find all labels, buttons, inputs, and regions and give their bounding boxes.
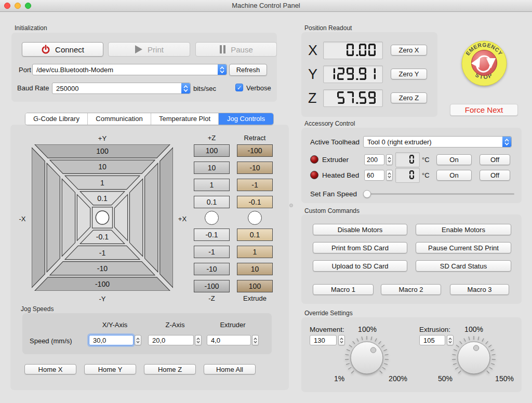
position-y-display — [323, 65, 383, 83]
home-y-button[interactable]: Home Y — [84, 364, 136, 374]
jog-pad-x--10-button[interactable] — [47, 163, 60, 272]
jog-z-100-button[interactable]: 100 — [194, 144, 230, 157]
refresh-button-label: Refresh — [236, 66, 260, 74]
sd-card-status-button[interactable]: SD Card Status — [416, 260, 511, 272]
jog-pad-y-neg-label: -Y — [32, 295, 173, 303]
extrusion-knob-indicator-icon — [473, 345, 478, 351]
connect-button[interactable]: Connect — [22, 42, 103, 57]
home-z-button[interactable]: Home Z — [144, 364, 196, 374]
print-from-sd-card-button[interactable]: Print from SD Card — [313, 242, 407, 253]
tab-communication[interactable]: Communication — [88, 113, 151, 125]
pause-icon — [219, 45, 226, 54]
jog-speeds-box — [22, 313, 272, 354]
heated-bed-setpoint-stepper[interactable] — [386, 170, 393, 181]
extruder-on-button[interactable]: On — [436, 154, 472, 165]
macro-3-button[interactable]: Macro 3 — [450, 284, 509, 295]
pause-button[interactable]: Pause — [195, 42, 277, 57]
verbose-checkbox[interactable]: ✓ — [235, 84, 243, 91]
jog-extruder--1-button[interactable]: -1 — [237, 179, 273, 191]
fan-speed-slider-track[interactable] — [364, 193, 514, 195]
heated-bed-off-button[interactable]: Off — [480, 170, 510, 181]
heated-bed-on-button[interactable]: On — [436, 170, 472, 181]
jog-z--100-button[interactable]: -100 — [194, 280, 230, 292]
tab-g-code-library[interactable]: G-Code Library — [25, 113, 88, 125]
jog-extruder-0.1-button[interactable]: 0.1 — [237, 229, 273, 241]
movement-override-stepper[interactable] — [338, 335, 345, 345]
tab-jog-controls[interactable]: Jog Controls — [219, 113, 273, 125]
jog-extruder--100-button[interactable]: -100 — [237, 144, 273, 157]
port-select[interactable]: /dev/cu.Bluetooth-Modem — [32, 64, 227, 75]
zero-y-button[interactable]: Zero Y — [391, 69, 427, 79]
macro-1-button[interactable]: Macro 1 — [313, 284, 374, 295]
baud-units-label: bits/sec — [193, 85, 216, 92]
extrusion-override-stepper[interactable] — [447, 335, 454, 345]
xy-speed-input[interactable]: 30,0 — [89, 335, 134, 345]
play-icon — [135, 45, 143, 54]
print-button[interactable]: Print — [108, 42, 190, 57]
jog-pad-x-neg-label: -X — [16, 215, 29, 223]
jog-extruder-10-button[interactable]: 10 — [237, 263, 273, 275]
pause-current-sd-print-button[interactable]: Pause Current SD Print — [416, 242, 511, 253]
jog-pad-label: -100 — [95, 280, 110, 288]
heated-bed-setpoint-input[interactable]: 60 — [364, 170, 384, 181]
zero-z-button[interactable]: Zero Z — [391, 92, 427, 103]
movement-knob[interactable] — [338, 329, 395, 386]
jog-pad-x--1-button[interactable] — [62, 179, 75, 256]
force-next-button[interactable]: Force Next — [450, 104, 518, 116]
jog-z-1-button[interactable]: 1 — [194, 179, 230, 191]
jog-pad-x-1-button[interactable] — [129, 179, 142, 256]
jog-pad-x--100-button[interactable] — [32, 147, 45, 288]
extrusion-override-input[interactable]: 105 — [419, 335, 445, 345]
extruder-off-button[interactable]: Off — [480, 154, 510, 165]
custom-commands-label: Custom Commands — [304, 207, 360, 214]
jog-pad-x-100-button[interactable] — [160, 147, 173, 288]
jog-z--10-button[interactable]: -10 — [194, 263, 230, 275]
refresh-button[interactable]: Refresh — [229, 64, 267, 76]
disable-motors-button[interactable]: Disable Motors — [313, 224, 407, 235]
splitter-handle[interactable] — [289, 204, 293, 207]
jog-z-0.1-button[interactable]: 0.1 — [194, 196, 230, 208]
home-x-button[interactable]: Home X — [24, 364, 76, 374]
extrusion-knob[interactable] — [445, 329, 502, 386]
extruder-speed-input[interactable]: 4,0 — [207, 335, 251, 345]
speed-row-label: Speed (mm/s) — [30, 337, 72, 345]
jog-extruder-1-button[interactable]: 1 — [237, 246, 273, 258]
window-title: Machine Control Panel — [0, 2, 532, 9]
axis-y-letter: Y — [308, 66, 317, 83]
z-speed-input-stepper[interactable] — [195, 335, 202, 345]
jog-extruder--10-button[interactable]: -10 — [237, 162, 273, 174]
extruder-setpoint-stepper[interactable] — [386, 154, 393, 165]
print-button-label: Print — [148, 45, 164, 54]
emergency-stop-button[interactable]: EMERGENCY STOP — [461, 40, 508, 87]
jog-pad-center-button[interactable] — [96, 211, 109, 224]
enable-motors-button[interactable]: Enable Motors — [416, 224, 511, 235]
xy-speed-input-stepper[interactable] — [135, 335, 141, 345]
jog-pad-x--0.1-button[interactable] — [77, 195, 90, 241]
extruder-setpoint-input[interactable]: 200 — [364, 154, 384, 165]
baud-rate-select[interactable]: 250000 — [52, 83, 191, 94]
jog-z-stop-button[interactable] — [205, 211, 219, 225]
heated-bed-label: Heated Bed — [322, 171, 359, 179]
z-column-footer: -Z — [194, 294, 230, 302]
jog-z-10-button[interactable]: 10 — [194, 162, 230, 174]
jog-extruder-stop-button[interactable] — [248, 211, 262, 225]
jog-extruder--0.1-button[interactable]: -0.1 — [237, 196, 273, 208]
speed-col-header-1: X/Y-Axis — [84, 321, 146, 329]
zero-x-button[interactable]: Zero X — [391, 45, 427, 56]
tab-temperature-plot[interactable]: Temperature Plot — [151, 113, 219, 125]
z-speed-input[interactable]: 20,0 — [148, 335, 194, 345]
upload-to-sd-card-button[interactable]: Upload to SD Card — [313, 260, 407, 272]
extruder-speed-input-stepper[interactable] — [252, 335, 259, 345]
movement-override-input[interactable]: 130 — [310, 335, 337, 345]
jog-pad-x-0.1-button[interactable] — [114, 195, 127, 241]
jog-pad-x-10-button[interactable] — [145, 163, 158, 272]
fan-speed-slider-thumb[interactable] — [363, 190, 371, 198]
extruder-units-label: °C — [422, 156, 430, 164]
baud-select-stepper-icon — [181, 83, 190, 93]
active-toolhead-select[interactable]: Tool 0 (right extruder) — [363, 136, 512, 147]
jog-extruder-100-button[interactable]: 100 — [237, 280, 273, 292]
jog-z--0.1-button[interactable]: -0.1 — [194, 229, 230, 241]
home-all-button[interactable]: Home All — [204, 364, 256, 374]
jog-z--1-button[interactable]: -1 — [194, 246, 230, 258]
macro-2-button[interactable]: Macro 2 — [381, 284, 441, 295]
